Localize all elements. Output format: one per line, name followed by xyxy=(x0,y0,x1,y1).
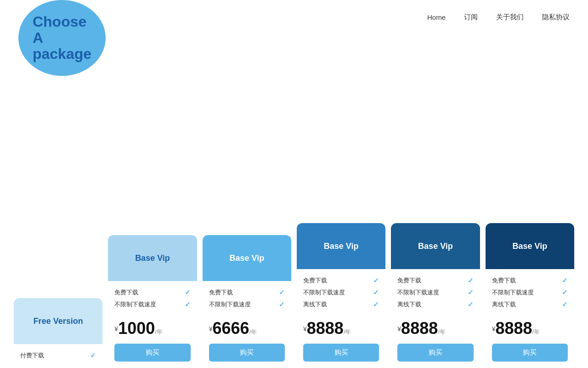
price-currency: ¥ xyxy=(114,325,118,333)
check-icon: ✓ xyxy=(279,288,285,297)
feature-item-base1-1: 不限制下载速度✓ xyxy=(114,299,190,310)
price-currency: ¥ xyxy=(397,325,401,333)
card-base3: Base Vip免费下载✓不限制下载速度✓离线下载✓¥8888/年购买 xyxy=(297,223,385,368)
price-area-base2: ¥6666/年 xyxy=(209,315,285,340)
price-area-base5: ¥8888/年 xyxy=(492,315,568,340)
buy-button-base2[interactable]: 购买 xyxy=(209,344,285,362)
nav-home[interactable]: Home xyxy=(427,13,446,21)
logo-line3: package xyxy=(33,46,91,62)
page-wrapper: Choose A package Home 订阅 关于我们 隐私协议 Free … xyxy=(0,0,588,368)
feature-label: 不限制下载速度 xyxy=(397,288,439,297)
nav-privacy[interactable]: 隐私协议 xyxy=(542,13,570,22)
check-icon: ✓ xyxy=(468,300,474,309)
card-base4: Base Vip免费下载✓不限制下载速度✓离线下载✓¥8888/年购买 xyxy=(391,223,480,368)
feature-list-base1: 免费下载✓不限制下载速度✓ xyxy=(114,287,190,310)
price-currency: ¥ xyxy=(303,325,307,333)
header: Choose A package Home 订阅 关于我们 隐私协议 xyxy=(0,0,588,76)
card-header-base3: Base Vip xyxy=(297,223,385,269)
check-icon: ✓ xyxy=(373,288,379,297)
feature-item-base3-1: 不限制下载速度✓ xyxy=(303,287,379,299)
logo-badge: Choose A package xyxy=(18,0,106,76)
buy-button-base4[interactable]: 购买 xyxy=(397,344,473,362)
check-icon: ✓ xyxy=(562,288,568,297)
feature-label: 不限制下载速度 xyxy=(303,288,345,297)
card-header-free: Free Version xyxy=(14,298,102,344)
card-content-base1: 免费下载✓不限制下载速度✓¥1000/年购买 xyxy=(108,281,197,368)
feature-list-base3: 免费下载✓不限制下载速度✓离线下载✓ xyxy=(303,275,379,310)
price-amount: 8888 xyxy=(495,319,532,338)
price-amount: 8888 xyxy=(307,319,344,338)
check-icon: ✓ xyxy=(468,288,474,297)
card-content-free: 付费下载✓ xyxy=(14,344,102,368)
buy-button-base5[interactable]: 购买 xyxy=(492,344,568,362)
feature-label: 免费下载 xyxy=(114,288,138,297)
price-period: /年 xyxy=(155,328,163,335)
check-icon: ✓ xyxy=(185,288,191,297)
price-amount: 8888 xyxy=(401,319,438,338)
check-icon: ✓ xyxy=(279,300,285,309)
feature-label: 免费下载 xyxy=(209,288,233,297)
feature-label: 不限制下载速度 xyxy=(114,300,156,309)
check-icon: ✓ xyxy=(562,300,568,309)
price-amount: 1000 xyxy=(118,319,155,338)
feature-list-base2: 免费下载✓不限制下载速度✓ xyxy=(209,287,285,310)
check-icon: ✓ xyxy=(562,276,568,285)
feature-item-base5-2: 离线下载✓ xyxy=(492,299,568,310)
price-area-base1: ¥1000/年 xyxy=(114,315,190,340)
feature-item-base2-1: 不限制下载速度✓ xyxy=(209,299,285,310)
logo-line1: Choose xyxy=(33,13,86,30)
feature-item-base5-0: 免费下载✓ xyxy=(492,275,568,287)
buy-button-base1[interactable]: 购买 xyxy=(114,344,190,362)
check-icon: ✓ xyxy=(373,300,379,309)
card-header-base2: Base Vip xyxy=(203,235,291,281)
nav-about[interactable]: 关于我们 xyxy=(496,13,524,22)
nav-subscribe[interactable]: 订阅 xyxy=(464,13,478,22)
card-content-base5: 免费下载✓不限制下载速度✓离线下载✓¥8888/年购买 xyxy=(486,269,574,368)
feature-item-base3-0: 免费下载✓ xyxy=(303,275,379,287)
feature-item-base3-2: 离线下载✓ xyxy=(303,299,379,310)
feature-item-free-0: 付费下载✓ xyxy=(20,350,96,362)
feature-item-base4-2: 离线下载✓ xyxy=(397,299,473,310)
feature-label: 不限制下载速度 xyxy=(209,300,251,309)
price-period: /年 xyxy=(532,328,540,335)
card-header-base1: Base Vip xyxy=(108,235,197,281)
feature-item-base2-0: 免费下载✓ xyxy=(209,287,285,299)
card-base5: Base Vip免费下载✓不限制下载速度✓离线下载✓¥8888/年购买 xyxy=(486,223,574,368)
feature-item-base4-1: 不限制下载速度✓ xyxy=(397,287,473,299)
card-free: Free Version付费下载✓ xyxy=(14,298,102,368)
price-area-base3: ¥8888/年 xyxy=(303,315,379,340)
logo-text: Choose A package xyxy=(28,9,96,67)
feature-item-base4-0: 免费下载✓ xyxy=(397,275,473,287)
card-base2: Base Vip免费下载✓不限制下载速度✓¥6666/年购买 xyxy=(203,235,291,368)
check-icon: ✓ xyxy=(185,300,191,309)
price-period: /年 xyxy=(249,328,257,335)
feature-label: 离线下载 xyxy=(303,300,327,309)
card-content-base2: 免费下载✓不限制下载速度✓¥6666/年购买 xyxy=(203,281,291,368)
feature-label: 离线下载 xyxy=(492,300,516,309)
price-period: /年 xyxy=(344,328,351,335)
card-base1: Base Vip免费下载✓不限制下载速度✓¥1000/年购买 xyxy=(108,235,197,368)
feature-label: 免费下载 xyxy=(492,276,516,285)
feature-item-base5-1: 不限制下载速度✓ xyxy=(492,287,568,299)
feature-label: 付费下载 xyxy=(20,351,44,360)
card-header-base5: Base Vip xyxy=(486,223,574,269)
feature-label: 离线下载 xyxy=(397,300,421,309)
buy-button-base3[interactable]: 购买 xyxy=(303,344,379,362)
feature-label: 免费下载 xyxy=(303,276,327,285)
card-content-base3: 免费下载✓不限制下载速度✓离线下载✓¥8888/年购买 xyxy=(297,269,385,368)
pricing-cards-row: Free Version付费下载✓Base Vip免费下载✓不限制下载速度✓¥1… xyxy=(0,223,588,368)
price-period: /年 xyxy=(438,328,446,335)
card-header-base4: Base Vip xyxy=(391,223,480,269)
price-area-base4: ¥8888/年 xyxy=(397,315,473,340)
feature-item-base1-0: 免费下载✓ xyxy=(114,287,190,299)
feature-list-base5: 免费下载✓不限制下载速度✓离线下载✓ xyxy=(492,275,568,310)
check-icon: ✓ xyxy=(90,351,96,360)
price-amount: 6666 xyxy=(212,319,249,338)
nav: Home 订阅 关于我们 隐私协议 xyxy=(427,0,570,22)
feature-label: 不限制下载速度 xyxy=(492,288,534,297)
check-icon: ✓ xyxy=(373,276,379,285)
feature-list-base4: 免费下载✓不限制下载速度✓离线下载✓ xyxy=(397,275,473,310)
logo-line2: A xyxy=(33,29,43,46)
feature-label: 免费下载 xyxy=(397,276,421,285)
feature-list-free: 付费下载✓ xyxy=(20,350,96,362)
